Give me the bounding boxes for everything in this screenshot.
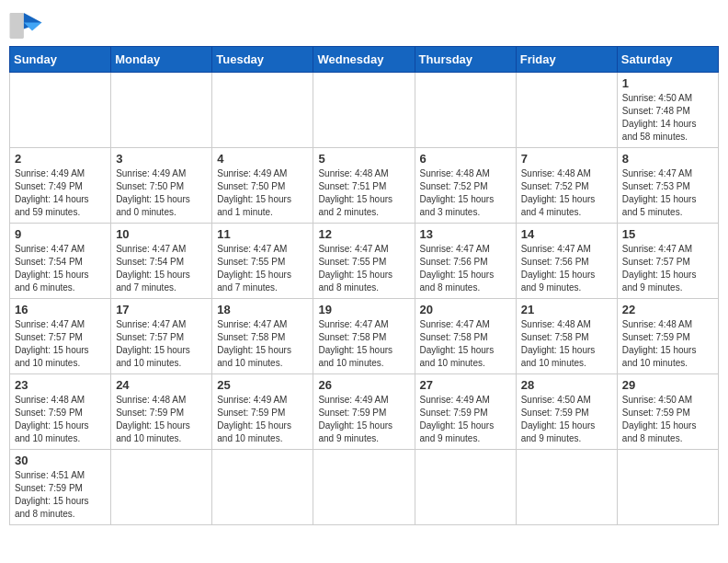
- calendar-cell: 16Sunrise: 4:47 AM Sunset: 7:57 PM Dayli…: [10, 299, 111, 374]
- day-info: Sunrise: 4:47 AM Sunset: 7:54 PM Dayligh…: [116, 243, 207, 294]
- week-row-2: 9Sunrise: 4:47 AM Sunset: 7:54 PM Daylig…: [10, 224, 719, 299]
- day-number: 13: [420, 227, 511, 241]
- calendar-cell: 17Sunrise: 4:47 AM Sunset: 7:57 PM Dayli…: [111, 299, 212, 374]
- calendar-cell: 22Sunrise: 4:48 AM Sunset: 7:59 PM Dayli…: [617, 299, 718, 374]
- day-info: Sunrise: 4:47 AM Sunset: 7:57 PM Dayligh…: [116, 318, 207, 370]
- calendar-table: SundayMondayTuesdayWednesdayThursdayFrid…: [9, 46, 719, 525]
- day-number: 15: [622, 227, 713, 241]
- day-number: 22: [622, 303, 713, 316]
- header-day-wednesday: Wednesday: [313, 47, 415, 73]
- calendar-cell: 25Sunrise: 4:49 AM Sunset: 7:59 PM Dayli…: [212, 374, 313, 450]
- calendar-cell: 2Sunrise: 4:49 AM Sunset: 7:49 PM Daylig…: [10, 148, 111, 224]
- day-number: 11: [217, 227, 308, 241]
- day-number: 30: [15, 454, 106, 467]
- day-number: 29: [622, 378, 713, 392]
- day-number: 10: [116, 227, 207, 241]
- day-number: 3: [116, 152, 207, 166]
- logo-icon: [9, 13, 42, 39]
- day-info: Sunrise: 4:49 AM Sunset: 7:59 PM Dayligh…: [420, 394, 511, 445]
- day-info: Sunrise: 4:48 AM Sunset: 7:52 PM Dayligh…: [420, 167, 511, 219]
- day-info: Sunrise: 4:49 AM Sunset: 7:50 PM Dayligh…: [116, 167, 207, 219]
- day-info: Sunrise: 4:47 AM Sunset: 7:56 PM Dayligh…: [521, 243, 612, 294]
- calendar-cell: 28Sunrise: 4:50 AM Sunset: 7:59 PM Dayli…: [516, 374, 617, 450]
- calendar-cell: [10, 73, 111, 148]
- day-info: Sunrise: 4:47 AM Sunset: 7:55 PM Dayligh…: [217, 243, 308, 294]
- day-number: 16: [15, 303, 106, 316]
- calendar-cell: [313, 450, 415, 525]
- day-number: 23: [15, 378, 106, 392]
- week-row-1: 2Sunrise: 4:49 AM Sunset: 7:49 PM Daylig…: [10, 148, 719, 224]
- day-info: Sunrise: 4:50 AM Sunset: 7:59 PM Dayligh…: [521, 394, 612, 445]
- calendar-cell: [111, 73, 212, 148]
- day-number: 19: [318, 303, 409, 316]
- day-info: Sunrise: 4:47 AM Sunset: 7:54 PM Dayligh…: [15, 243, 106, 294]
- calendar-cell: 6Sunrise: 4:48 AM Sunset: 7:52 PM Daylig…: [415, 148, 516, 224]
- calendar-cell: 5Sunrise: 4:48 AM Sunset: 7:51 PM Daylig…: [313, 148, 415, 224]
- calendar-cell: [313, 73, 415, 148]
- day-number: 6: [420, 152, 511, 166]
- day-number: 12: [318, 227, 409, 241]
- calendar-cell: 1Sunrise: 4:50 AM Sunset: 7:48 PM Daylig…: [617, 73, 718, 148]
- day-number: 26: [318, 378, 409, 392]
- day-info: Sunrise: 4:49 AM Sunset: 7:49 PM Dayligh…: [15, 167, 106, 219]
- day-info: Sunrise: 4:51 AM Sunset: 7:59 PM Dayligh…: [15, 469, 106, 521]
- header-day-saturday: Saturday: [617, 47, 718, 73]
- header-day-sunday: Sunday: [10, 47, 111, 73]
- day-info: Sunrise: 4:47 AM Sunset: 7:57 PM Dayligh…: [622, 243, 713, 294]
- day-number: 4: [217, 152, 308, 166]
- day-info: Sunrise: 4:49 AM Sunset: 7:50 PM Dayligh…: [217, 167, 308, 219]
- calendar-cell: 27Sunrise: 4:49 AM Sunset: 7:59 PM Dayli…: [415, 374, 516, 450]
- day-number: 25: [217, 378, 308, 392]
- day-number: 14: [521, 227, 612, 241]
- header-day-monday: Monday: [111, 47, 212, 73]
- calendar-cell: [516, 73, 617, 148]
- calendar-header: SundayMondayTuesdayWednesdayThursdayFrid…: [10, 47, 719, 73]
- calendar-cell: 15Sunrise: 4:47 AM Sunset: 7:57 PM Dayli…: [617, 224, 718, 299]
- calendar-cell: 10Sunrise: 4:47 AM Sunset: 7:54 PM Dayli…: [111, 224, 212, 299]
- day-number: 27: [420, 378, 511, 392]
- calendar-cell: [415, 450, 516, 525]
- day-info: Sunrise: 4:50 AM Sunset: 7:48 PM Dayligh…: [622, 92, 713, 144]
- calendar-cell: [516, 450, 617, 525]
- day-info: Sunrise: 4:48 AM Sunset: 7:51 PM Dayligh…: [318, 167, 409, 219]
- calendar-cell: 13Sunrise: 4:47 AM Sunset: 7:56 PM Dayli…: [415, 224, 516, 299]
- header-row: SundayMondayTuesdayWednesdayThursdayFrid…: [10, 47, 719, 73]
- day-number: 20: [420, 303, 511, 316]
- calendar-cell: 19Sunrise: 4:47 AM Sunset: 7:58 PM Dayli…: [313, 299, 415, 374]
- day-info: Sunrise: 4:48 AM Sunset: 7:58 PM Dayligh…: [521, 318, 612, 370]
- day-info: Sunrise: 4:49 AM Sunset: 7:59 PM Dayligh…: [318, 394, 409, 445]
- day-info: Sunrise: 4:47 AM Sunset: 7:55 PM Dayligh…: [318, 243, 409, 294]
- day-info: Sunrise: 4:47 AM Sunset: 7:57 PM Dayligh…: [15, 318, 106, 370]
- day-number: 24: [116, 378, 207, 392]
- header-day-thursday: Thursday: [415, 47, 516, 73]
- calendar-cell: 9Sunrise: 4:47 AM Sunset: 7:54 PM Daylig…: [10, 224, 111, 299]
- day-number: 17: [116, 303, 207, 316]
- header-day-friday: Friday: [516, 47, 617, 73]
- calendar-body: 1Sunrise: 4:50 AM Sunset: 7:48 PM Daylig…: [10, 73, 719, 525]
- day-number: 5: [318, 152, 409, 166]
- day-info: Sunrise: 4:48 AM Sunset: 7:59 PM Dayligh…: [116, 394, 207, 445]
- day-number: 18: [217, 303, 308, 316]
- calendar-cell: [212, 73, 313, 148]
- calendar-cell: 18Sunrise: 4:47 AM Sunset: 7:58 PM Dayli…: [212, 299, 313, 374]
- day-info: Sunrise: 4:47 AM Sunset: 7:58 PM Dayligh…: [318, 318, 409, 370]
- calendar-cell: 8Sunrise: 4:47 AM Sunset: 7:53 PM Daylig…: [617, 148, 718, 224]
- calendar-cell: 29Sunrise: 4:50 AM Sunset: 7:59 PM Dayli…: [617, 374, 718, 450]
- day-info: Sunrise: 4:47 AM Sunset: 7:56 PM Dayligh…: [420, 243, 511, 294]
- day-info: Sunrise: 4:48 AM Sunset: 7:52 PM Dayligh…: [521, 167, 612, 219]
- calendar-cell: 30Sunrise: 4:51 AM Sunset: 7:59 PM Dayli…: [10, 450, 111, 525]
- calendar-cell: 14Sunrise: 4:47 AM Sunset: 7:56 PM Dayli…: [516, 224, 617, 299]
- calendar-cell: 4Sunrise: 4:49 AM Sunset: 7:50 PM Daylig…: [212, 148, 313, 224]
- calendar-cell: 7Sunrise: 4:48 AM Sunset: 7:52 PM Daylig…: [516, 148, 617, 224]
- day-number: 28: [521, 378, 612, 392]
- calendar-cell: [111, 450, 212, 525]
- day-number: 7: [521, 152, 612, 166]
- day-info: Sunrise: 4:47 AM Sunset: 7:58 PM Dayligh…: [217, 318, 308, 370]
- week-row-3: 16Sunrise: 4:47 AM Sunset: 7:57 PM Dayli…: [10, 299, 719, 374]
- calendar-cell: 3Sunrise: 4:49 AM Sunset: 7:50 PM Daylig…: [111, 148, 212, 224]
- day-info: Sunrise: 4:50 AM Sunset: 7:59 PM Dayligh…: [622, 394, 713, 445]
- day-number: 8: [622, 152, 713, 166]
- calendar-cell: [212, 450, 313, 525]
- calendar-cell: 12Sunrise: 4:47 AM Sunset: 7:55 PM Dayli…: [313, 224, 415, 299]
- svg-rect-0: [10, 13, 24, 39]
